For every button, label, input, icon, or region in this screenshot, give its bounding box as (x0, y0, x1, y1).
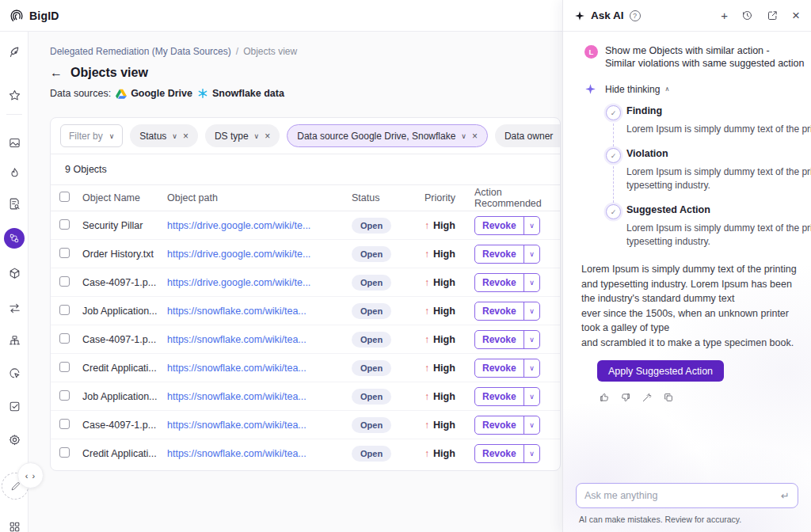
action-dropdown-caret[interactable]: ∨ (524, 388, 539, 405)
open-external-icon[interactable] (767, 10, 779, 21)
close-icon[interactable]: × (183, 131, 188, 142)
ai-answer-text: Lorem Ipsum is simply dummy text of the … (563, 260, 811, 350)
gear-icon[interactable] (6, 431, 22, 447)
image-icon[interactable] (6, 135, 22, 150)
revoke-action-button[interactable]: Revoke ∨ (474, 273, 540, 292)
select-all-checkbox[interactable] (59, 192, 70, 202)
ask-input-box[interactable]: ↵ (576, 483, 798, 508)
object-path-link[interactable]: https://snowflake.com/wiki/tea... (167, 391, 352, 402)
action-dropdown-caret[interactable]: ∨ (524, 217, 539, 234)
pointer-circle-icon[interactable] (6, 365, 22, 381)
filter-chip-data-owner[interactable]: Data owner ∨ × (495, 124, 561, 147)
remediation-active-icon[interactable] (4, 228, 25, 249)
revoke-action-button[interactable]: Revoke ∨ (474, 245, 540, 264)
star-icon[interactable] (6, 87, 22, 103)
row-checkbox[interactable] (59, 276, 70, 287)
object-path-link[interactable]: https://snowflake.com/wiki/tea... (167, 306, 352, 317)
col-priority[interactable]: Priority (425, 192, 474, 203)
action-dropdown-caret[interactable]: ∨ (524, 331, 539, 348)
action-dropdown-caret[interactable]: ∨ (524, 302, 539, 320)
col-object-path[interactable]: Object path (167, 192, 352, 203)
object-path-link[interactable]: https://drive.google.com/wiki/te... (167, 249, 352, 260)
cube-icon[interactable] (6, 265, 22, 281)
close-icon[interactable]: × (472, 131, 478, 142)
object-path-link[interactable]: https://drive.google.com/wiki/te... (167, 277, 352, 288)
row-checkbox[interactable] (59, 390, 70, 401)
ask-ai-panel: Ask AI ? + × L Show me Objects with simi… (562, 0, 811, 532)
flame-icon[interactable] (6, 165, 22, 180)
new-chat-button[interactable]: + (721, 9, 728, 22)
close-icon[interactable]: × (792, 8, 800, 24)
row-checkbox[interactable] (59, 333, 70, 344)
table-row[interactable]: Case-4097-1.p... https://snowflake.com/w… (51, 411, 560, 439)
bigid-logo[interactable]: BigID (8, 7, 59, 25)
table-row[interactable]: Order History.txt https://drive.google.c… (51, 240, 560, 268)
filter-chip-status[interactable]: Status ∨ × (130, 124, 198, 147)
breadcrumb-parent[interactable]: Delegated Remediation (My Data Sources) (50, 46, 231, 57)
hierarchy-icon[interactable] (6, 332, 22, 348)
action-dropdown-caret[interactable]: ∨ (524, 445, 539, 462)
revoke-action-button[interactable]: Revoke ∨ (474, 387, 540, 406)
close-icon[interactable]: × (265, 131, 270, 142)
table-row[interactable]: Job Application... https://snowflake.com… (51, 382, 560, 411)
col-status[interactable]: Status (352, 192, 425, 203)
back-arrow-icon[interactable]: ← (50, 66, 63, 80)
object-path-link[interactable]: https://drive.google.com/wiki/te... (167, 220, 352, 231)
thumbs-up-icon[interactable] (599, 392, 610, 406)
row-checkbox[interactable] (59, 419, 70, 429)
sidebar-collapse-button[interactable]: ‹ › (17, 462, 44, 488)
object-path-link[interactable]: https://snowflake.com/wiki/tea... (167, 420, 352, 431)
ask-input[interactable] (584, 490, 775, 501)
object-path-link[interactable]: https://snowflake.com/wiki/tea... (167, 334, 352, 345)
action-dropdown-caret[interactable]: ∨ (524, 274, 539, 291)
step-body: Lorem Ipsum is simply dummy text of the … (626, 165, 811, 179)
revoke-action-button[interactable]: Revoke ∨ (474, 359, 540, 378)
hide-thinking-toggle[interactable]: Hide thinking ∧ (605, 84, 669, 95)
revoke-action-button[interactable]: Revoke ∨ (474, 302, 540, 321)
enter-icon[interactable]: ↵ (781, 490, 790, 502)
apply-suggested-action-button[interactable]: Apply Suggested Action (597, 360, 724, 382)
rocket-icon[interactable] (6, 44, 22, 60)
copy-icon[interactable] (663, 392, 674, 406)
col-object-name[interactable]: Object Name (82, 192, 167, 203)
priority-value: High (433, 363, 455, 374)
checkbox-check-icon[interactable] (6, 398, 22, 414)
col-action-recommended[interactable]: Action Recommended (474, 187, 560, 209)
swap-arrows-icon[interactable] (6, 300, 22, 316)
table-row[interactable]: Credit Applicati... https://snowflake.co… (51, 354, 560, 382)
table-row[interactable]: Security Pillar https://drive.google.com… (51, 211, 560, 240)
revoke-action-button[interactable]: Revoke ∨ (474, 444, 540, 463)
thinking-steps: ✓ Finding Lorem Ipsum is simply dummy te… (563, 105, 811, 260)
action-dropdown-caret[interactable]: ∨ (524, 359, 539, 377)
filter-chip-ds-type[interactable]: DS type ∨ × (205, 124, 280, 147)
chevron-up-icon: ∧ (664, 86, 669, 93)
table-row[interactable]: Credit Applicati... https://snowflake.co… (51, 439, 560, 468)
row-checkbox[interactable] (59, 447, 70, 458)
regenerate-wand-icon[interactable] (642, 392, 653, 406)
action-dropdown-caret[interactable]: ∨ (524, 245, 539, 263)
table-row[interactable]: Job Application... https://snowflake.com… (51, 297, 560, 325)
table-row[interactable]: Case-4097-1.p... https://snowflake.com/w… (51, 325, 560, 354)
row-checkbox[interactable] (59, 219, 70, 230)
row-checkbox[interactable] (59, 248, 70, 258)
object-path-link[interactable]: https://snowflake.com/wiki/tea... (167, 363, 352, 374)
revoke-action-button[interactable]: Revoke ∨ (474, 330, 540, 349)
row-checkbox[interactable] (59, 305, 70, 315)
help-icon[interactable]: ? (630, 10, 641, 21)
breadcrumb-current: Objects view (243, 46, 297, 57)
row-checkbox[interactable] (59, 362, 70, 372)
object-path-link[interactable]: https://snowflake.com/wiki/tea... (167, 448, 352, 459)
history-icon[interactable] (741, 10, 753, 21)
filter-by-dropdown[interactable]: Filter by ∨ (60, 124, 123, 147)
step-body: Lorem Ipsum is simply dummy text of the … (626, 222, 811, 235)
apps-grid-icon[interactable] (6, 519, 22, 532)
revoke-action-button[interactable]: Revoke ∨ (474, 216, 540, 235)
thumbs-down-icon[interactable] (620, 392, 631, 406)
document-search-icon[interactable] (6, 196, 22, 211)
revoke-action-button[interactable]: Revoke ∨ (474, 416, 540, 435)
table-row[interactable]: Case-4097-1.p... https://drive.google.co… (51, 268, 560, 297)
filter-chip-data-source[interactable]: Data source Google Drive, Snowflake ∨ × (287, 124, 488, 147)
action-dropdown-caret[interactable]: ∨ (524, 416, 539, 434)
source-google-drive: Google Drive (116, 88, 192, 99)
step-body-line2: typesetting industry. (626, 179, 811, 192)
